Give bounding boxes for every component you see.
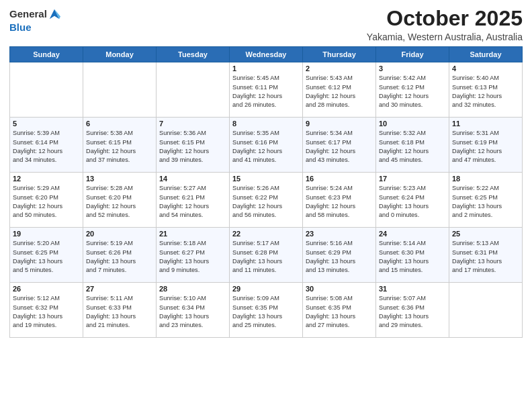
weekday-header-wednesday: Wednesday [230, 47, 303, 62]
day-number: 23 [306, 230, 373, 238]
weekday-header-saturday: Saturday [449, 47, 523, 62]
logo-bird-icon [48, 7, 60, 21]
weekday-header-row: SundayMondayTuesdayWednesdayThursdayFrid… [10, 47, 523, 62]
day-number: 11 [452, 120, 519, 128]
calendar-cell: 28Sunrise: 5:10 AM Sunset: 6:34 PM Dayli… [157, 283, 230, 338]
day-detail: Sunrise: 5:07 AM Sunset: 6:36 PM Dayligh… [379, 294, 446, 330]
calendar-cell: 11Sunrise: 5:31 AM Sunset: 6:19 PM Dayli… [449, 118, 523, 173]
day-detail: Sunrise: 5:23 AM Sunset: 6:24 PM Dayligh… [379, 184, 446, 220]
calendar-cell: 31Sunrise: 5:07 AM Sunset: 6:36 PM Dayli… [376, 283, 449, 338]
day-detail: Sunrise: 5:16 AM Sunset: 6:29 PM Dayligh… [306, 239, 373, 275]
day-detail: Sunrise: 5:38 AM Sunset: 6:15 PM Dayligh… [86, 129, 153, 165]
header: General Blue October 2025 Yakamia, Weste… [9, 7, 523, 42]
calendar-cell: 1Sunrise: 5:45 AM Sunset: 6:11 PM Daylig… [230, 62, 303, 118]
day-number: 18 [452, 175, 519, 183]
calendar-cell: 13Sunrise: 5:28 AM Sunset: 6:20 PM Dayli… [83, 173, 157, 228]
week-row-2: 5Sunrise: 5:39 AM Sunset: 6:14 PM Daylig… [10, 118, 523, 173]
day-detail: Sunrise: 5:24 AM Sunset: 6:23 PM Dayligh… [306, 184, 373, 220]
calendar-cell: 7Sunrise: 5:36 AM Sunset: 6:15 PM Daylig… [157, 118, 230, 173]
day-detail: Sunrise: 5:08 AM Sunset: 6:35 PM Dayligh… [306, 294, 373, 330]
calendar-cell: 15Sunrise: 5:26 AM Sunset: 6:22 PM Dayli… [230, 173, 303, 228]
day-number: 6 [86, 120, 153, 128]
day-number: 28 [159, 285, 226, 293]
weekday-header-monday: Monday [83, 47, 157, 62]
day-detail: Sunrise: 5:09 AM Sunset: 6:35 PM Dayligh… [232, 294, 300, 330]
calendar-cell: 10Sunrise: 5:32 AM Sunset: 6:18 PM Dayli… [376, 118, 449, 173]
day-detail: Sunrise: 5:22 AM Sunset: 6:25 PM Dayligh… [452, 184, 519, 220]
calendar-cell: 12Sunrise: 5:29 AM Sunset: 6:20 PM Dayli… [10, 173, 83, 228]
calendar-cell: 24Sunrise: 5:14 AM Sunset: 6:30 PM Dayli… [376, 228, 449, 283]
calendar-cell: 29Sunrise: 5:09 AM Sunset: 6:35 PM Dayli… [230, 283, 303, 338]
day-detail: Sunrise: 5:17 AM Sunset: 6:28 PM Dayligh… [232, 239, 300, 275]
calendar-cell [157, 62, 230, 118]
day-number: 14 [159, 175, 226, 183]
location-title: Yakamia, Western Australia, Australia [367, 32, 523, 42]
calendar-cell [449, 283, 523, 338]
week-row-1: 1Sunrise: 5:45 AM Sunset: 6:11 PM Daylig… [10, 62, 523, 118]
weekday-header-tuesday: Tuesday [157, 47, 230, 62]
day-detail: Sunrise: 5:39 AM Sunset: 6:14 PM Dayligh… [13, 129, 80, 165]
day-detail: Sunrise: 5:36 AM Sunset: 6:15 PM Dayligh… [159, 129, 226, 165]
calendar-cell: 20Sunrise: 5:19 AM Sunset: 6:26 PM Dayli… [83, 228, 157, 283]
calendar-cell: 14Sunrise: 5:27 AM Sunset: 6:21 PM Dayli… [157, 173, 230, 228]
calendar-cell: 23Sunrise: 5:16 AM Sunset: 6:29 PM Dayli… [303, 228, 376, 283]
day-detail: Sunrise: 5:20 AM Sunset: 6:25 PM Dayligh… [13, 239, 80, 275]
day-detail: Sunrise: 5:13 AM Sunset: 6:31 PM Dayligh… [452, 239, 519, 275]
day-number: 24 [379, 230, 446, 238]
calendar-cell: 6Sunrise: 5:38 AM Sunset: 6:15 PM Daylig… [83, 118, 157, 173]
day-number: 19 [13, 230, 80, 238]
day-number: 25 [452, 230, 519, 238]
logo: General Blue [9, 7, 60, 34]
day-detail: Sunrise: 5:18 AM Sunset: 6:27 PM Dayligh… [159, 239, 226, 275]
day-number: 9 [306, 120, 373, 128]
day-number: 12 [13, 175, 80, 183]
day-number: 29 [232, 285, 300, 293]
day-detail: Sunrise: 5:31 AM Sunset: 6:19 PM Dayligh… [452, 129, 519, 165]
day-detail: Sunrise: 5:40 AM Sunset: 6:13 PM Dayligh… [452, 74, 519, 109]
day-number: 4 [452, 64, 519, 73]
day-number: 10 [379, 120, 446, 128]
day-number: 8 [232, 120, 300, 128]
day-detail: Sunrise: 5:10 AM Sunset: 6:34 PM Dayligh… [159, 294, 226, 330]
day-number: 21 [159, 230, 226, 238]
day-detail: Sunrise: 5:19 AM Sunset: 6:26 PM Dayligh… [86, 239, 153, 275]
calendar-cell: 19Sunrise: 5:20 AM Sunset: 6:25 PM Dayli… [10, 228, 83, 283]
day-number: 16 [306, 175, 373, 183]
day-detail: Sunrise: 5:34 AM Sunset: 6:17 PM Dayligh… [306, 129, 373, 165]
calendar-cell: 21Sunrise: 5:18 AM Sunset: 6:27 PM Dayli… [157, 228, 230, 283]
day-number: 31 [379, 285, 446, 293]
calendar-cell: 27Sunrise: 5:11 AM Sunset: 6:33 PM Dayli… [83, 283, 157, 338]
calendar-cell: 5Sunrise: 5:39 AM Sunset: 6:14 PM Daylig… [10, 118, 83, 173]
weekday-header-sunday: Sunday [10, 47, 83, 62]
day-number: 22 [232, 230, 300, 238]
title-area: October 2025 Yakamia, Western Australia,… [367, 7, 523, 42]
calendar-cell: 8Sunrise: 5:35 AM Sunset: 6:16 PM Daylig… [230, 118, 303, 173]
calendar-cell: 2Sunrise: 5:43 AM Sunset: 6:12 PM Daylig… [303, 62, 376, 118]
calendar-cell: 16Sunrise: 5:24 AM Sunset: 6:23 PM Dayli… [303, 173, 376, 228]
calendar-cell [83, 62, 157, 118]
week-row-5: 26Sunrise: 5:12 AM Sunset: 6:32 PM Dayli… [10, 283, 523, 338]
day-number: 2 [306, 64, 373, 73]
day-number: 1 [232, 64, 300, 73]
calendar-table: SundayMondayTuesdayWednesdayThursdayFrid… [9, 46, 523, 338]
day-detail: Sunrise: 5:11 AM Sunset: 6:33 PM Dayligh… [86, 294, 153, 330]
day-detail: Sunrise: 5:43 AM Sunset: 6:12 PM Dayligh… [306, 74, 373, 109]
day-number: 20 [86, 230, 153, 238]
day-detail: Sunrise: 5:42 AM Sunset: 6:12 PM Dayligh… [379, 74, 446, 109]
day-detail: Sunrise: 5:29 AM Sunset: 6:20 PM Dayligh… [13, 184, 80, 220]
calendar-cell: 3Sunrise: 5:42 AM Sunset: 6:12 PM Daylig… [376, 62, 449, 118]
calendar-cell: 18Sunrise: 5:22 AM Sunset: 6:25 PM Dayli… [449, 173, 523, 228]
calendar-cell: 17Sunrise: 5:23 AM Sunset: 6:24 PM Dayli… [376, 173, 449, 228]
day-number: 26 [13, 285, 80, 293]
day-detail: Sunrise: 5:45 AM Sunset: 6:11 PM Dayligh… [232, 74, 300, 109]
day-detail: Sunrise: 5:26 AM Sunset: 6:22 PM Dayligh… [232, 184, 300, 220]
day-number: 17 [379, 175, 446, 183]
day-detail: Sunrise: 5:12 AM Sunset: 6:32 PM Dayligh… [13, 294, 80, 330]
calendar-cell: 25Sunrise: 5:13 AM Sunset: 6:31 PM Dayli… [449, 228, 523, 283]
month-title: October 2025 [367, 7, 523, 30]
day-detail: Sunrise: 5:14 AM Sunset: 6:30 PM Dayligh… [379, 239, 446, 275]
day-number: 5 [13, 120, 80, 128]
day-number: 30 [306, 285, 373, 293]
logo-text-blue: Blue [9, 21, 32, 33]
week-row-3: 12Sunrise: 5:29 AM Sunset: 6:20 PM Dayli… [10, 173, 523, 228]
